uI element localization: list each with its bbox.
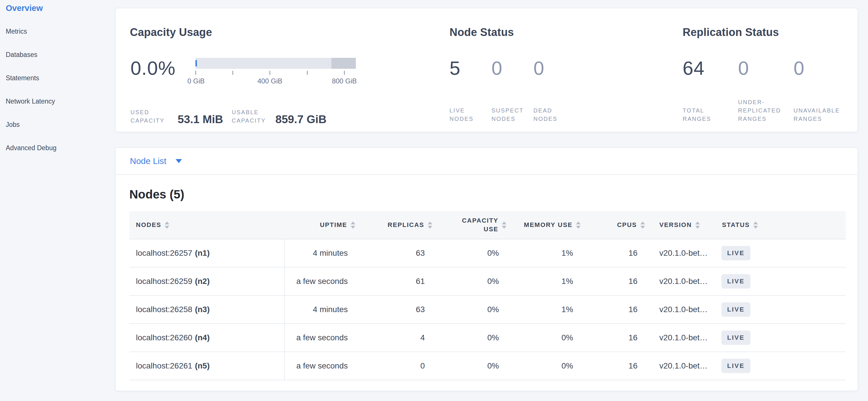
capacity-use-cell: 0% <box>438 296 512 323</box>
capacity-use-cell: 0% <box>438 352 512 380</box>
capacity-gauge-ticks <box>195 71 356 75</box>
status-cell: LIVE <box>713 239 845 267</box>
sidebar-item-overview[interactable]: Overview <box>0 0 114 20</box>
node-id: (n5) <box>195 361 210 371</box>
memory-use-cell: 0% <box>512 324 586 351</box>
capacity-gauge-track <box>195 58 356 69</box>
usable-capacity-value: 859.7 GiB <box>275 113 327 126</box>
dead-nodes-value: 0 <box>533 57 545 80</box>
sort-arrows-icon <box>428 222 432 229</box>
cpus-cell: 16 <box>586 324 651 351</box>
usable-capacity-label: USABLE CAPACITY <box>232 108 273 125</box>
unavailable-ranges-label: UNAVAILABLE RANGES <box>794 107 840 123</box>
node-address-cell[interactable]: localhost:26257 (n1) <box>129 239 285 267</box>
version-cell: v20.1.0-bet… <box>651 267 713 295</box>
column-header-version[interactable]: VERSION <box>651 211 713 239</box>
column-label: REPLICAS <box>388 221 424 229</box>
cluster-summary-card: Capacity Usage 0.0% 0 GiB 400 GiB 800 Gi… <box>115 8 858 132</box>
capacity-use-cell: 0% <box>438 239 512 267</box>
replicas-cell: 61 <box>361 267 438 295</box>
replicas-cell: 63 <box>361 239 438 267</box>
cpus-cell: 16 <box>586 239 651 267</box>
sort-arrows-icon <box>695 222 700 229</box>
sidebar-item-advanced-debug[interactable]: Advanced Debug <box>0 136 114 160</box>
overview-page: Overview Metrics Databases Statements Ne… <box>0 0 868 401</box>
status-cell: LIVE <box>713 267 845 295</box>
sidebar-item-jobs[interactable]: Jobs <box>0 113 114 136</box>
node-address-cell[interactable]: localhost:26261 (n5) <box>129 352 285 380</box>
total-ranges-stat: 64 TOTAL RANGES <box>683 8 738 132</box>
sort-arrows-icon <box>351 222 355 229</box>
column-header-cpus[interactable]: CPUS <box>586 211 651 239</box>
used-capacity-label: USED CAPACITY <box>130 108 171 125</box>
table-row: localhost:26260 (n4) a few seconds 4 0% … <box>129 324 845 352</box>
sidebar-item-metrics[interactable]: Metrics <box>0 20 114 43</box>
capacity-stats: USED CAPACITY 53.1 MiB USABLE CAPACITY 8… <box>130 108 327 125</box>
suspect-nodes-stat: 0 SUSPECT NODES <box>492 8 533 132</box>
column-header-memory-use[interactable]: MEMORY USE <box>512 211 586 239</box>
node-id: (n1) <box>195 249 210 258</box>
live-nodes-label: LIVE NODES <box>450 107 474 123</box>
node-list-dropdown[interactable]: Node List <box>116 148 858 175</box>
uptime-cell: a few seconds <box>285 267 361 295</box>
unavailable-ranges-stat: 0 UNAVAILABLE RANGES <box>794 8 849 132</box>
column-label: NODES <box>136 221 161 229</box>
sort-arrows-icon <box>502 222 506 229</box>
capacity-use-cell: 0% <box>438 267 512 295</box>
under-replicated-ranges-value: 0 <box>738 57 749 80</box>
live-nodes-value: 5 <box>450 57 460 80</box>
column-header-capacity-use[interactable]: CAPACITY USE <box>438 211 512 239</box>
status-badge: LIVE <box>721 302 750 317</box>
sort-arrows-icon <box>753 222 758 229</box>
column-header-uptime[interactable]: UPTIME <box>285 211 361 239</box>
nodes-table: NODES UPTIME REPLICAS CAPACITY USE <box>129 211 845 380</box>
memory-use-cell: 1% <box>512 296 586 323</box>
sidebar-item-network-latency[interactable]: Network Latency <box>0 90 114 113</box>
column-header-nodes[interactable]: NODES <box>129 211 285 239</box>
table-row: localhost:26258 (n3) 4 minutes 63 0% 1% … <box>129 296 845 324</box>
suspect-nodes-label: SUSPECT NODES <box>492 107 524 123</box>
replication-stats: 64 TOTAL RANGES 0 UNDER- REPLICATED RANG… <box>683 8 849 132</box>
version-cell: v20.1.0-bet… <box>651 324 713 351</box>
sidebar-item-databases[interactable]: Databases <box>0 43 114 66</box>
replicas-cell: 63 <box>361 296 438 323</box>
dead-nodes-stat: 0 DEAD NODES <box>533 8 576 132</box>
node-host: localhost:26260 <box>136 333 192 342</box>
dead-nodes-label: DEAD NODES <box>533 107 558 123</box>
column-header-status[interactable]: STATUS <box>713 211 845 239</box>
column-header-replicas[interactable]: REPLICAS <box>361 211 438 239</box>
cpus-cell: 16 <box>586 352 651 380</box>
node-list-dropdown-label: Node List <box>130 156 166 166</box>
node-host: localhost:26257 <box>136 249 192 258</box>
replicas-cell: 4 <box>361 324 438 351</box>
main-content: Capacity Usage 0.0% 0 GiB 400 GiB 800 Gi… <box>115 0 858 391</box>
status-cell: LIVE <box>713 296 845 323</box>
version-cell: v20.1.0-bet… <box>651 296 713 323</box>
nodes-table-title: Nodes (5) <box>129 188 844 201</box>
nodes-table-body: localhost:26257 (n1) 4 minutes 63 0% 1% … <box>129 239 845 380</box>
column-label: VERSION <box>659 221 692 229</box>
tick-label-0gib: 0 GiB <box>187 77 205 85</box>
sidebar: Overview Metrics Databases Statements Ne… <box>0 0 114 401</box>
capacity-gauge-used-segment <box>195 60 197 66</box>
capacity-gauge-reserved-segment <box>331 58 356 69</box>
status-cell: LIVE <box>713 352 845 380</box>
status-badge: LIVE <box>721 274 750 289</box>
cpus-cell: 16 <box>586 296 651 323</box>
caret-down-icon <box>176 159 182 163</box>
uptime-cell: 4 minutes <box>285 239 361 267</box>
under-replicated-ranges-label: UNDER- REPLICATED RANGES <box>738 98 781 123</box>
node-address-cell[interactable]: localhost:26259 (n2) <box>129 267 285 295</box>
status-badge: LIVE <box>721 359 750 373</box>
replication-status-section: Replication Status 64 TOTAL RANGES 0 UND… <box>683 8 855 132</box>
table-row: localhost:26259 (n2) a few seconds 61 0%… <box>129 267 845 296</box>
node-address-cell[interactable]: localhost:26258 (n3) <box>129 296 285 323</box>
sidebar-item-statements[interactable]: Statements <box>0 66 114 90</box>
memory-use-cell: 1% <box>512 267 586 295</box>
node-status-stats: 5 LIVE NODES 0 SUSPECT NODES <box>450 8 576 132</box>
column-label: CPUS <box>617 221 637 229</box>
node-host: localhost:26258 <box>136 305 192 314</box>
node-address-cell[interactable]: localhost:26260 (n4) <box>129 324 285 351</box>
capacity-usage-title: Capacity Usage <box>130 26 212 38</box>
column-label: CAPACITY USE <box>455 216 498 234</box>
